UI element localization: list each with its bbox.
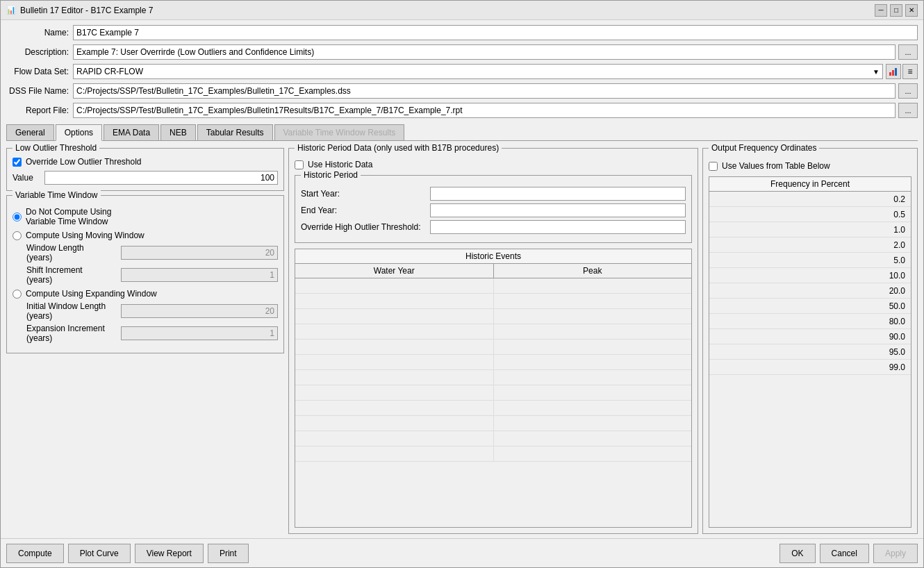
flow-chart-button[interactable] [886, 64, 901, 79]
water-year-cell[interactable] [295, 278, 494, 293]
table-row[interactable] [295, 294, 691, 309]
close-button[interactable]: ✕ [905, 4, 918, 17]
freq-row-2[interactable]: 0.5 [709, 207, 911, 222]
use-values-checkbox[interactable] [709, 162, 718, 171]
water-year-cell[interactable] [295, 324, 494, 339]
expansion-increment-input[interactable] [121, 326, 278, 340]
report-file-browse-button[interactable]: ... [898, 103, 918, 118]
override-low-outlier-checkbox[interactable] [13, 158, 22, 167]
shift-increment-label: Shift Increment(years) [26, 265, 117, 285]
tab-general[interactable]: General [6, 124, 54, 140]
tab-options[interactable]: Options [56, 124, 102, 141]
maximize-button[interactable]: □ [890, 4, 902, 17]
freq-row-11[interactable]: 95.0 [709, 344, 911, 360]
use-values-label[interactable]: Use Values from Table Below [722, 161, 830, 171]
variable-time-window-group: Variable Time Window Do Not Compute Usin… [6, 195, 284, 353]
table-row[interactable] [295, 324, 691, 340]
table-row[interactable] [295, 416, 691, 431]
freq-row-4[interactable]: 2.0 [709, 237, 911, 253]
expansion-increment-row: Expansion Increment(years) [26, 324, 278, 343]
minimize-button[interactable]: ─ [875, 4, 887, 17]
tab-ema-data[interactable]: EMA Data [104, 124, 159, 140]
initial-window-length-input[interactable] [121, 304, 278, 318]
end-year-input[interactable] [430, 203, 686, 217]
main-panels: Low Outlier Threshold Override Low Outli… [6, 144, 918, 534]
flow-list-button[interactable]: ≡ [902, 64, 918, 79]
plot-curve-button[interactable]: Plot Curve [68, 544, 131, 563]
cancel-button[interactable]: Cancel [820, 544, 869, 563]
table-row[interactable] [295, 355, 691, 370]
freq-row-8[interactable]: 50.0 [709, 299, 911, 314]
override-low-outlier-label[interactable]: Override Low Outlier Threshold [26, 157, 142, 167]
peak-cell[interactable] [494, 294, 692, 308]
shift-increment-input[interactable] [121, 268, 278, 282]
compute-button[interactable]: Compute [6, 544, 64, 563]
freq-row-1[interactable]: 0.2 [709, 192, 911, 207]
start-year-input[interactable] [430, 187, 686, 201]
tab-tabular-results[interactable]: Tabular Results [197, 124, 273, 140]
freq-row-5[interactable]: 5.0 [709, 253, 911, 268]
peak-cell[interactable] [494, 401, 692, 415]
do-not-compute-radio[interactable] [13, 212, 22, 222]
tab-neb[interactable]: NEB [160, 124, 196, 140]
override-high-outlier-input[interactable] [430, 220, 686, 234]
peak-cell[interactable] [494, 446, 692, 461]
table-row[interactable] [295, 309, 691, 324]
water-year-cell[interactable] [295, 370, 494, 385]
peak-cell[interactable] [494, 340, 692, 354]
peak-cell[interactable] [494, 385, 692, 400]
freq-row-6[interactable]: 10.0 [709, 268, 911, 283]
dss-file-browse-button[interactable]: ... [898, 83, 918, 99]
table-row[interactable] [295, 278, 691, 294]
expanding-window-radio[interactable] [13, 290, 22, 299]
table-row[interactable] [295, 385, 691, 401]
freq-row-7[interactable]: 20.0 [709, 283, 911, 299]
table-row[interactable] [295, 370, 691, 385]
table-row[interactable] [295, 446, 691, 462]
apply-button[interactable]: Apply [873, 544, 918, 563]
water-year-cell[interactable] [295, 340, 494, 354]
name-input[interactable] [73, 25, 918, 40]
water-year-cell[interactable] [295, 416, 494, 431]
peak-cell[interactable] [494, 278, 692, 293]
table-row[interactable] [295, 431, 691, 446]
output-frequency-title: Output Frequency Ordinates [709, 143, 819, 153]
freq-row-9[interactable]: 80.0 [709, 314, 911, 329]
water-year-cell[interactable] [295, 385, 494, 400]
water-year-cell[interactable] [295, 446, 494, 461]
use-historic-checkbox[interactable] [295, 160, 304, 169]
dss-file-input[interactable] [73, 83, 896, 99]
description-browse-button[interactable]: ... [898, 44, 918, 60]
water-year-cell[interactable] [295, 401, 494, 415]
water-year-cell[interactable] [295, 309, 494, 324]
freq-row-3[interactable]: 1.0 [709, 222, 911, 237]
description-input[interactable] [73, 44, 896, 60]
value-input[interactable] [44, 171, 278, 185]
peak-cell[interactable] [494, 324, 692, 339]
water-year-cell[interactable] [295, 355, 494, 369]
freq-value: 20.0 [709, 286, 911, 296]
water-year-cell[interactable] [295, 431, 494, 446]
peak-cell[interactable] [494, 355, 692, 369]
table-row[interactable] [295, 340, 691, 355]
freq-row-12[interactable]: 99.0 [709, 360, 911, 375]
peak-cell[interactable] [494, 431, 692, 446]
print-button[interactable]: Print [208, 544, 249, 563]
window-length-input[interactable] [121, 246, 278, 260]
peak-cell[interactable] [494, 416, 692, 431]
view-report-button[interactable]: View Report [135, 544, 204, 563]
ok-button[interactable]: OK [779, 544, 815, 563]
value-row: Value [13, 171, 278, 185]
peak-cell[interactable] [494, 370, 692, 385]
content-area: Name: Description: ... Flow Data Set: RA… [1, 20, 923, 538]
water-year-cell[interactable] [295, 294, 494, 308]
peak-cell[interactable] [494, 309, 692, 324]
table-row[interactable] [295, 401, 691, 416]
flow-data-set-dropdown[interactable]: RAPID CR-FLOW ▼ [73, 64, 883, 79]
use-historic-label[interactable]: Use Historic Data [308, 160, 372, 169]
freq-row-10[interactable]: 90.0 [709, 329, 911, 344]
freq-value: 1.0 [709, 225, 911, 235]
moving-window-radio[interactable] [13, 231, 22, 240]
report-file-input[interactable] [73, 103, 896, 118]
start-year-row: Start Year: [301, 187, 686, 201]
